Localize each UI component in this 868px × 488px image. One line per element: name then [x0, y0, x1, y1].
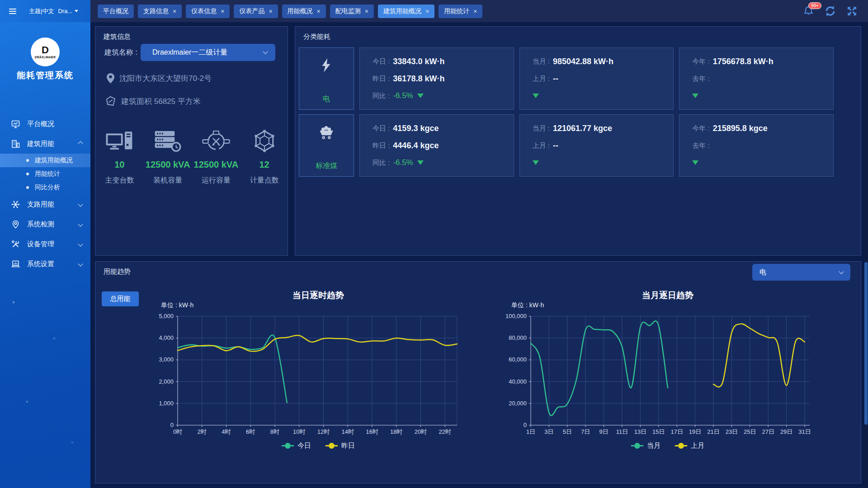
metric-label: 今年 :	[692, 57, 709, 66]
close-icon[interactable]: ×	[317, 8, 321, 15]
building-name-select[interactable]: Draexlmaier一二级计量	[141, 44, 275, 61]
pin-icon	[11, 220, 20, 229]
tab-meter-product[interactable]: 仪表产品 ×	[234, 5, 278, 18]
page-scrollbar[interactable]	[864, 22, 868, 488]
panel-title: 建筑信息	[104, 33, 131, 41]
tab-building-energy-overview[interactable]: 建筑用能概况 ×	[378, 5, 434, 18]
building-energy-submenu: 建筑用能概况 用能统计 同比分析	[0, 154, 90, 194]
svg-text:1日: 1日	[526, 428, 535, 435]
location-pin-icon	[106, 73, 115, 84]
trend-down-icon	[533, 94, 539, 98]
sidebar-item-yoy-analysis[interactable]: 同比分析	[0, 181, 90, 194]
coal-type-card: 标准煤	[299, 114, 354, 177]
svg-text:6时: 6时	[246, 428, 255, 435]
coal-day-card: 今日 :4159.3 kgce 昨日 :4446.4 kgce 同比 :-6.5…	[359, 114, 514, 177]
logo-letter: D	[42, 46, 49, 55]
close-icon[interactable]: ×	[269, 8, 272, 15]
menu-icon[interactable]	[9, 7, 16, 15]
svg-text:100,000: 100,000	[505, 313, 527, 319]
bullet-icon	[26, 159, 29, 162]
close-icon[interactable]: ×	[473, 8, 477, 15]
sidebar-item-label: 建筑用能	[27, 140, 54, 148]
sidebar-item-label: 同比分析	[35, 183, 60, 192]
hourly-trend-chart[interactable]: 01,0002,0003,0004,0005,0000时2时4时6时8时10时1…	[150, 290, 466, 446]
tab-label: 用能概况	[288, 7, 313, 15]
svg-text:29日: 29日	[780, 428, 793, 435]
legend-item-last-month[interactable]: 上月	[675, 441, 704, 450]
sidebar: D DRÄXLMAIER 能耗管理系统 平台概况 建筑用能	[0, 22, 90, 488]
sidebar-item-system-detection[interactable]: 系统检测	[0, 214, 90, 234]
fullscreen-icon[interactable]	[845, 5, 858, 18]
scrollbar-thumb[interactable]	[864, 262, 868, 425]
metric-value: -6.5%	[393, 91, 413, 100]
energy-trend-panel: 用能趋势 总用能 电 当日逐时趋势 单位 : kW·h 01,0002,0003…	[95, 261, 861, 483]
stat-main-transformers: 10 主变台数	[95, 122, 144, 185]
legend-item-current-month[interactable]: 当月	[631, 441, 660, 450]
sidebar-item-platform-overview[interactable]: 平台概况	[0, 114, 90, 134]
tab-platform-overview[interactable]: 平台概况	[98, 5, 134, 18]
building-address-row: 沈阳市大东区大望街70-2号	[106, 73, 212, 84]
legend-item-today[interactable]: 今日	[282, 441, 311, 450]
user-dropdown[interactable]: Dra...	[58, 8, 78, 14]
metric-label: 昨日 :	[373, 141, 390, 150]
svg-text:40,000: 40,000	[509, 378, 527, 385]
chevron-up-icon	[78, 141, 83, 146]
electricity-month-card: 当月 :985042.88 kW·h 上月 :--	[519, 47, 674, 110]
legend-label: 上月	[691, 441, 704, 450]
sidebar-item-device-management[interactable]: 设备管理	[0, 234, 90, 254]
stat-metering-points: 12 计量点数	[240, 122, 288, 185]
category-rows: 电 今日 :33843.0 kW·h 昨日 :36178.8 kW·h 同比 :…	[299, 47, 834, 181]
topbar-left: 主题|中文 Dra...	[0, 0, 90, 22]
metric-value: 33843.0 kW·h	[393, 57, 444, 66]
legend-item-yesterday[interactable]: 昨日	[326, 441, 355, 450]
sidebar-item-building-energy-overview[interactable]: 建筑用能概况	[0, 154, 90, 167]
refresh-icon[interactable]	[824, 5, 836, 18]
tab-branch-info[interactable]: 支路信息 ×	[138, 5, 182, 18]
tab-energy-stats[interactable]: 用能统计 ×	[439, 5, 482, 18]
close-icon[interactable]: ×	[221, 8, 224, 15]
metric-label: 当月 :	[533, 124, 550, 133]
tab-power-monitor[interactable]: 配电监测 ×	[330, 5, 374, 18]
logo-text: DRÄXLMAIER	[35, 56, 56, 59]
close-icon[interactable]: ×	[365, 8, 368, 15]
close-icon[interactable]: ×	[173, 8, 176, 15]
sidebar-item-energy-stats[interactable]: 用能统计	[0, 167, 90, 181]
sidebar-item-label: 用能统计	[35, 170, 60, 178]
metric-value: 1756678.8 kW·h	[713, 57, 774, 66]
tab-meter-info[interactable]: 仪表信息 ×	[186, 5, 230, 18]
stat-value: 10	[95, 160, 144, 170]
metric-label: 今日 :	[373, 57, 390, 66]
notification-bell-icon[interactable]: 99+	[802, 5, 815, 18]
pc-icon	[95, 122, 144, 152]
stat-value: 12500 kVA	[144, 160, 192, 170]
sidebar-item-branch-energy[interactable]: 支路用能	[0, 194, 90, 214]
sidebar-item-system-settings[interactable]: 系统设置	[0, 254, 90, 274]
area-icon	[105, 95, 117, 107]
close-icon[interactable]: ×	[425, 8, 429, 15]
building-name-label: 建筑名称 :	[104, 48, 137, 57]
metric-value: 36178.8 kW·h	[393, 74, 444, 84]
svg-text:3,000: 3,000	[159, 356, 174, 363]
total-energy-button[interactable]: 总用能	[102, 291, 139, 306]
stat-running-capacity: 12500 kVA 运行容量	[192, 122, 241, 185]
bullet-icon	[26, 186, 29, 189]
type-label: 电	[323, 94, 330, 104]
svg-text:13日: 13日	[634, 428, 646, 435]
chevron-down-icon	[78, 221, 83, 226]
tab-energy-overview[interactable]: 用能概况 ×	[282, 5, 326, 18]
energy-type-select[interactable]: 电	[752, 264, 850, 281]
metric-value: --	[553, 74, 558, 84]
svg-text:20时: 20时	[415, 428, 427, 435]
sidebar-item-building-energy[interactable]: 建筑用能	[0, 134, 90, 154]
svg-text:31日: 31日	[798, 428, 811, 435]
metric-label: 去年 :	[692, 141, 709, 150]
stat-label: 主变台数	[95, 176, 144, 185]
theme-language-label[interactable]: 主题|中文	[29, 7, 54, 15]
stat-label: 运行容量	[192, 176, 241, 185]
svg-text:8时: 8时	[270, 428, 279, 435]
svg-text:5,000: 5,000	[159, 313, 174, 319]
trend-down-icon	[417, 160, 424, 165]
svg-text:12时: 12时	[317, 428, 330, 435]
daily-trend-chart[interactable]: 020,00040,00060,00080,000100,0001日3日5日7日…	[502, 290, 819, 446]
notification-badge: 99+	[808, 2, 821, 9]
